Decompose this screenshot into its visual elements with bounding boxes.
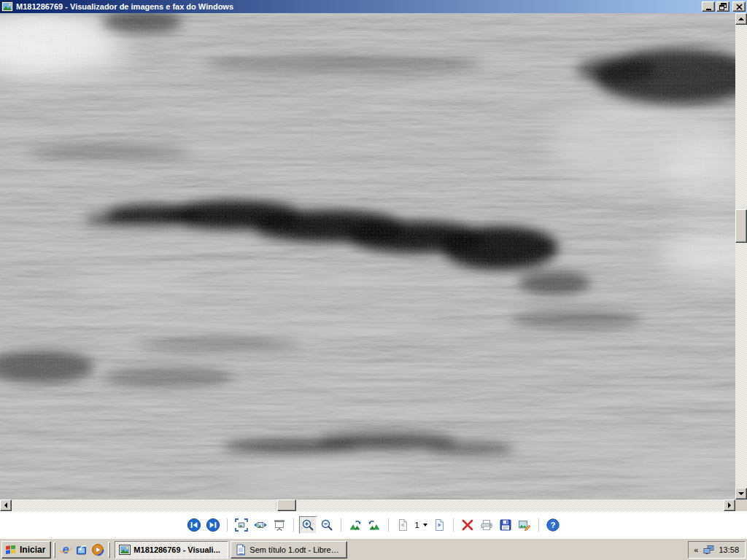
restore-button[interactable]	[716, 1, 729, 12]
svg-text:?: ?	[550, 521, 555, 529]
taskbar-task-image-viewer[interactable]: M181286769 - Visuali...	[115, 541, 228, 559]
restore-icon	[719, 3, 727, 10]
toolbar-separator	[453, 518, 454, 532]
previous-page-button[interactable]	[394, 516, 411, 534]
lunar-surface-photo	[0, 13, 735, 499]
page-number: 1	[414, 521, 419, 529]
start-button[interactable]: Iniciar	[1, 541, 51, 559]
toolbar-handle[interactable]	[108, 542, 110, 558]
rotate-clockwise-button[interactable]	[347, 516, 364, 534]
zoom-out-button[interactable]	[318, 516, 336, 534]
window-title: M181286769 - Visualizador de imagens e f…	[16, 2, 702, 11]
scrollbar-corner	[735, 499, 747, 511]
arrow-down-icon	[738, 492, 744, 495]
minimize-button[interactable]	[702, 1, 715, 12]
toolbar-separator	[341, 518, 341, 532]
edit-icon	[517, 518, 532, 532]
next-image-button[interactable]	[204, 516, 222, 534]
chevron-down-icon	[423, 524, 427, 526]
network-tray-icon[interactable]	[703, 545, 714, 555]
previous-image-button[interactable]	[185, 516, 203, 534]
best-fit-button[interactable]	[233, 516, 250, 534]
edit-button[interactable]	[516, 516, 533, 534]
viewer-toolbar: 1	[0, 511, 747, 538]
best-fit-icon	[234, 518, 249, 532]
close-icon	[736, 4, 743, 10]
quick-launch-media-player[interactable]	[90, 542, 106, 558]
rotate-clockwise-icon	[348, 518, 363, 532]
actual-size-button[interactable]	[252, 516, 269, 534]
toolbar-separator	[293, 518, 294, 532]
show-desktop-icon	[75, 543, 88, 556]
task-label: Sem título 1.odt - LibreO...	[249, 545, 343, 554]
quick-launch-show-desktop[interactable]	[74, 542, 90, 558]
scroll-up-button[interactable]	[735, 13, 747, 25]
next-page-icon	[432, 518, 446, 532]
arrow-left-icon	[4, 502, 7, 508]
task-label: M181286769 - Visuali...	[133, 545, 220, 554]
help-button[interactable]: ?	[544, 516, 562, 534]
scroll-left-button[interactable]	[0, 499, 12, 511]
delete-button[interactable]	[459, 516, 476, 534]
save-button[interactable]	[497, 516, 514, 534]
image-viewer-icon	[119, 544, 131, 556]
image-viewport	[0, 13, 735, 499]
libreoffice-writer-icon	[235, 544, 247, 556]
slideshow-button[interactable]	[271, 516, 288, 534]
previous-image-icon	[187, 518, 201, 532]
toolbar-separator	[227, 518, 228, 532]
windows-flag-icon	[5, 544, 17, 556]
quick-launch-internet-explorer[interactable]: e	[58, 542, 74, 558]
screen: M181286769 - Visualizador de imagens e f…	[0, 0, 747, 560]
rotate-counterclockwise-button[interactable]	[365, 516, 383, 534]
system-tray: « 13:58	[688, 541, 746, 559]
taskbar: Iniciar e	[0, 538, 747, 560]
toolbar-handle[interactable]	[53, 542, 55, 558]
arrow-up-icon	[738, 18, 744, 20]
toolbar-separator	[538, 518, 539, 532]
print-button[interactable]	[478, 516, 495, 534]
help-icon: ?	[546, 518, 560, 532]
rotate-counterclockwise-icon	[367, 518, 382, 532]
taskbar-clock[interactable]: 13:58	[719, 545, 739, 554]
tray-expand-button[interactable]: «	[693, 545, 699, 554]
vertical-scroll-thumb[interactable]	[735, 209, 747, 243]
next-image-icon	[206, 518, 220, 532]
image-viewer-icon	[1, 1, 13, 12]
start-label: Iniciar	[20, 545, 45, 555]
media-player-icon	[91, 543, 104, 556]
previous-page-icon	[395, 518, 410, 532]
vertical-scroll-track[interactable]	[735, 13, 747, 499]
arrow-right-icon	[728, 502, 731, 508]
scroll-right-button[interactable]	[724, 499, 735, 511]
title-bar: M181286769 - Visualizador de imagens e f…	[0, 0, 747, 13]
page-selector[interactable]: 1	[414, 521, 427, 529]
internet-explorer-icon: e	[59, 543, 72, 556]
taskbar-task-libreoffice[interactable]: Sem título 1.odt - LibreO...	[231, 541, 347, 559]
zoom-in-icon	[301, 518, 315, 532]
horizontal-scroll-thumb[interactable]	[277, 499, 296, 511]
horizontal-scroll-track[interactable]	[0, 499, 735, 511]
toolbar-separator	[388, 518, 389, 532]
vertical-scrollbar[interactable]	[735, 13, 747, 499]
delete-icon	[460, 518, 475, 532]
horizontal-scrollbar[interactable]	[0, 499, 735, 511]
save-icon	[498, 518, 513, 532]
actual-size-icon	[253, 518, 268, 532]
zoom-in-button[interactable]	[299, 516, 317, 534]
scroll-down-button[interactable]	[735, 488, 747, 499]
print-icon	[479, 518, 494, 532]
close-button[interactable]	[732, 1, 746, 12]
slideshow-icon	[272, 518, 287, 532]
svg-text:e: e	[63, 543, 69, 556]
next-page-button[interactable]	[430, 516, 448, 534]
zoom-out-icon	[320, 518, 334, 532]
minimize-icon	[706, 9, 711, 10]
